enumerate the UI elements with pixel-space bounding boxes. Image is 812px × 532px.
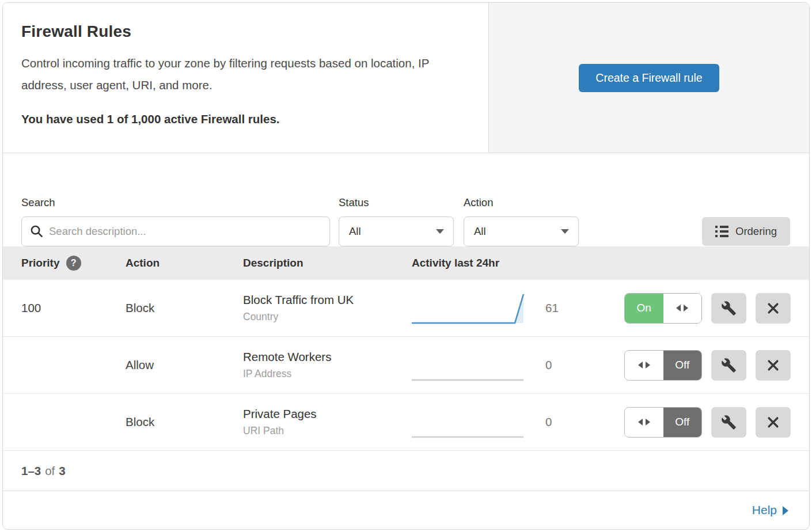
search-field-group: Search <box>21 196 330 246</box>
header-text-block: Firewall Rules Control incoming traffic … <box>3 3 488 153</box>
rule-row: 100 Block Block Traffic from UK Country … <box>3 280 809 337</box>
ordered-list-icon <box>715 226 728 237</box>
status-label: Status <box>339 196 454 209</box>
rule-row: Block Private Pages URI Path 0 Off <box>3 394 809 451</box>
action-label: Action <box>464 196 579 209</box>
close-icon <box>766 358 780 373</box>
delete-rule-button[interactable] <box>756 407 791 438</box>
rule-description: Private Pages <box>243 407 412 421</box>
help-link[interactable]: Help <box>752 503 788 517</box>
rule-controls: Off <box>602 407 809 438</box>
column-header-priority: Priority <box>21 257 60 269</box>
column-header-action: Action <box>126 257 243 269</box>
activity-count: 61 <box>533 301 602 315</box>
chevron-down-icon <box>561 229 569 234</box>
action-cell: Allow <box>126 358 243 372</box>
toggle-handle <box>625 408 663 437</box>
pagination-of-label: of <box>45 464 55 478</box>
activity-count: 0 <box>533 415 602 429</box>
search-input[interactable] <box>21 216 330 246</box>
edit-rule-button[interactable] <box>711 350 746 381</box>
pagination-range: 1–3 <box>21 464 41 478</box>
activity-sparkline <box>412 286 533 330</box>
firewall-rules-panel: Firewall Rules Control incoming traffic … <box>2 2 810 530</box>
page-title: Firewall Rules <box>21 22 465 41</box>
wrench-icon <box>721 301 737 316</box>
edit-rule-button[interactable] <box>711 407 746 438</box>
pagination-total: 3 <box>59 464 65 478</box>
toggle-on-label: On <box>625 294 663 323</box>
usage-note: You have used 1 of 1,000 active Firewall… <box>21 112 465 126</box>
activity-sparkline <box>412 400 533 444</box>
action-selected-value: All <box>474 225 486 238</box>
column-header-description: Description <box>243 257 412 269</box>
close-icon <box>766 415 780 430</box>
page-description: Control incoming traffic to your zone by… <box>21 52 465 96</box>
pagination-summary: 1–3 of 3 <box>3 451 809 491</box>
drag-handle-icon <box>676 305 688 311</box>
rule-match-type: URI Path <box>243 425 412 437</box>
activity-count: 0 <box>533 358 602 372</box>
status-field-group: Status All <box>339 196 454 246</box>
ordering-button-label: Ordering <box>735 225 777 238</box>
toggle-off-label: Off <box>663 351 702 380</box>
action-cell: Block <box>126 415 243 429</box>
status-select[interactable]: All <box>339 216 454 246</box>
rule-controls: On <box>602 293 809 324</box>
drag-handle-icon <box>638 362 650 368</box>
chevron-down-icon <box>436 229 444 234</box>
filter-bar: Search Status All Action All <box>3 153 809 246</box>
chevron-right-icon <box>783 506 788 515</box>
status-selected-value: All <box>349 225 361 238</box>
toggle-handle <box>625 351 663 380</box>
header-action-panel: Create a Firewall rule <box>488 3 809 153</box>
priority-cell: 100 <box>3 301 126 315</box>
help-icon[interactable]: ? <box>66 256 81 271</box>
page-header: Firewall Rules Control incoming traffic … <box>3 3 809 153</box>
toggle-handle <box>663 294 702 323</box>
close-icon <box>766 301 780 316</box>
rule-toggle[interactable]: On <box>624 293 702 324</box>
wrench-icon <box>721 415 737 430</box>
create-firewall-rule-button[interactable]: Create a Firewall rule <box>579 64 719 92</box>
table-header-row: Priority ? Action Description Activity l… <box>3 246 809 280</box>
drag-handle-icon <box>638 419 650 425</box>
toggle-off-label: Off <box>663 408 702 437</box>
description-cell: Remote Workers IP Address <box>243 350 412 380</box>
description-cell: Block Traffic from UK Country <box>243 293 412 323</box>
rule-description: Block Traffic from UK <box>243 293 412 307</box>
help-link-label: Help <box>752 503 777 517</box>
rule-toggle[interactable]: Off <box>624 350 702 381</box>
ordering-button[interactable]: Ordering <box>702 217 790 246</box>
delete-rule-button[interactable] <box>756 350 791 381</box>
search-input-wrap <box>21 216 330 246</box>
search-label: Search <box>21 196 330 209</box>
rule-match-type: Country <box>243 311 412 323</box>
action-field-group: Action All <box>464 196 579 246</box>
wrench-icon <box>721 358 737 373</box>
rule-toggle[interactable]: Off <box>624 407 702 438</box>
column-header-activity: Activity last 24hr <box>412 257 602 269</box>
action-select[interactable]: All <box>464 216 579 246</box>
activity-sparkline <box>412 343 533 387</box>
action-cell: Block <box>126 301 243 315</box>
search-icon <box>30 225 43 238</box>
rule-description: Remote Workers <box>243 350 412 364</box>
description-cell: Private Pages URI Path <box>243 407 412 437</box>
rule-row: Allow Remote Workers IP Address 0 Off <box>3 337 809 394</box>
rule-controls: Off <box>602 350 809 381</box>
delete-rule-button[interactable] <box>756 293 791 324</box>
rule-match-type: IP Address <box>243 368 412 380</box>
edit-rule-button[interactable] <box>711 293 746 324</box>
help-footer: Help <box>3 491 809 529</box>
